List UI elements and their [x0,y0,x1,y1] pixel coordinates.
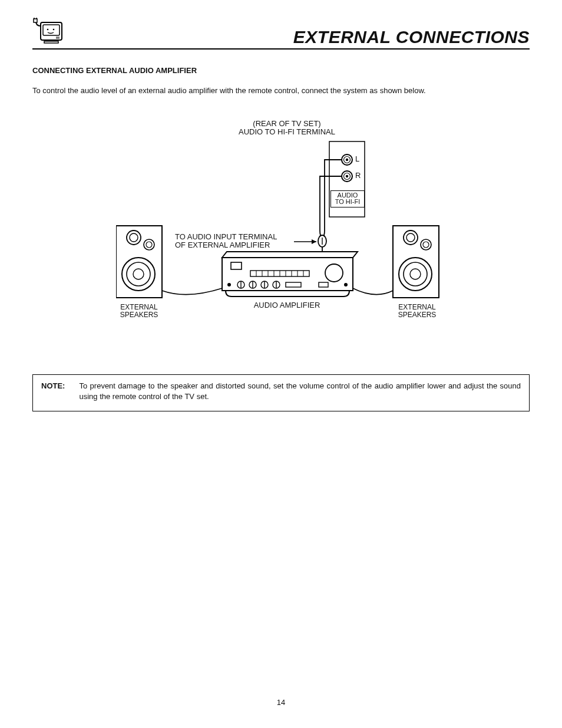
note-label: NOTE: [41,381,65,403]
amp-label: AUDIO AMPLIFIER [237,301,337,310]
left-speaker-label: EXTERNAL SPEAKERS [114,304,164,320]
svg-point-16 [346,174,348,177]
diagram-rear-line2: AUDIO TO HI-FI TERMINAL [239,127,335,136]
svg-point-58 [423,242,429,248]
spk-left-line1: EXTERNAL [120,303,157,311]
svg-rect-1 [43,25,59,35]
page: EXTERNAL CONNECTIONS CONNECTING EXTERNAL… [0,0,562,728]
note-box: NOTE: To prevent damage to the speaker a… [32,374,530,412]
section-heading: CONNECTING EXTERNAL AUDIO AMPLIFIER [32,66,530,75]
spk-right-line2: SPEAKERS [398,311,437,319]
svg-point-45 [344,283,348,286]
diagram-callout: TO AUDIO INPUT TERMINAL OF EXTERNAL AMPL… [175,233,277,251]
diagram-rear-line1: (REAR OF TV SET) [253,119,320,128]
callout-line2: OF EXTERNAL AMPLIFIER [175,241,270,249]
left-speaker-icon [116,226,162,298]
spk-right-line1: EXTERNAL [398,303,435,311]
jack-r-label: R [355,172,361,180]
svg-point-3 [53,29,55,31]
connection-diagram: (REAR OF TV SET) AUDIO TO HI-FI TERMINAL… [32,120,530,332]
port-line1: AUDIO [338,192,358,199]
hifi-port-box: AUDIO TO HI-FI [330,190,365,207]
callout-line1: TO AUDIO INPUT TERMINAL [175,232,277,241]
svg-point-48 [130,233,138,242]
svg-rect-23 [231,262,242,269]
svg-point-13 [346,158,348,160]
svg-point-50 [146,242,152,248]
svg-point-61 [410,269,421,279]
right-speaker-label: EXTERNAL SPEAKERS [392,304,442,320]
svg-rect-43 [286,282,301,287]
svg-rect-44 [319,282,328,287]
page-number: 14 [0,698,562,707]
jack-l-label: L [355,155,359,164]
diagram-rear-label: (REAR OF TV SET) AUDIO TO HI-FI TERMINAL [222,120,352,137]
svg-point-56 [406,233,415,242]
port-line2: TO HI-FI [335,198,361,205]
section-body: To control the audio level of an externa… [32,85,530,96]
header-row: EXTERNAL CONNECTIONS [32,18,530,50]
svg-point-53 [133,269,144,279]
svg-point-22 [325,264,343,282]
tv-mascot-icon [32,18,65,47]
note-text: To prevent damage to the speaker and dis… [79,381,521,403]
svg-rect-5 [34,19,37,22]
svg-point-2 [47,29,49,31]
svg-point-34 [227,283,231,286]
page-title: EXTERNAL CONNECTIONS [293,27,530,47]
svg-marker-20 [312,239,316,244]
svg-rect-4 [44,41,58,43]
spk-left-line2: SPEAKERS [120,311,158,319]
right-speaker-icon [393,226,439,298]
